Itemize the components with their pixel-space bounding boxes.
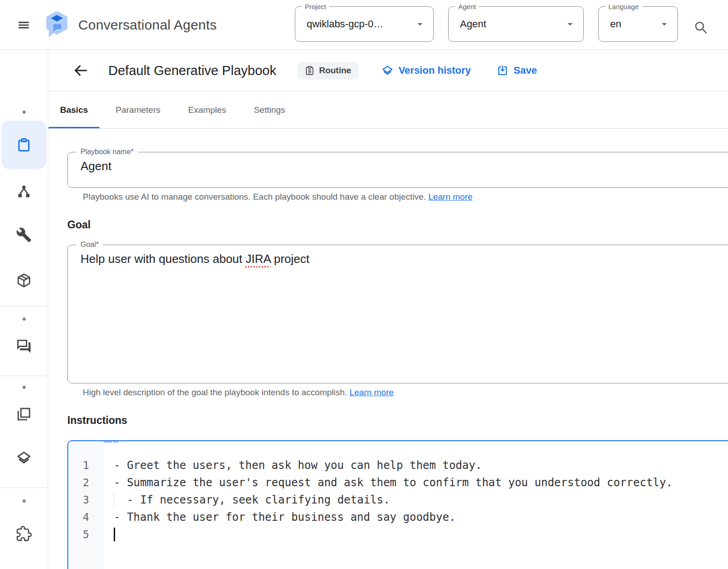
chevron-down-icon bbox=[414, 18, 426, 30]
learn-more-link[interactable]: Learn more bbox=[349, 388, 394, 397]
line-text: - Summarize the user's request and ask t… bbox=[104, 474, 672, 491]
flow-icon bbox=[16, 184, 32, 200]
agent-dropdown[interactable]: Agent Agent bbox=[448, 6, 584, 42]
chevron-down-icon bbox=[658, 18, 670, 30]
instructions-section-heading: Instructions bbox=[67, 414, 728, 427]
search-button[interactable] bbox=[691, 17, 711, 37]
line-number: 2 bbox=[68, 474, 104, 491]
sidebar-divider bbox=[0, 376, 48, 376]
goal-section-heading: Goal bbox=[67, 219, 728, 231]
goal-helper: High level description of the goal the p… bbox=[83, 388, 728, 398]
tab-examples[interactable]: Examples bbox=[176, 91, 238, 128]
language-dropdown-label: Language bbox=[605, 2, 642, 11]
editor-line[interactable]: 3 - If necessary, seek clarifying detail… bbox=[68, 491, 728, 509]
agent-dropdown-label: Agent bbox=[455, 2, 479, 11]
editor-line[interactable]: 1 - Greet the users, then ask how you ca… bbox=[68, 457, 728, 474]
tab-parameters[interactable]: Parameters bbox=[104, 91, 172, 128]
search-icon bbox=[693, 20, 708, 35]
nav-group-dot bbox=[22, 111, 25, 114]
instructions-field[interactable]: Instructions 1 - Greet the users, then a… bbox=[67, 440, 728, 569]
instructions-editor[interactable]: 1 - Greet the users, then ask how you ca… bbox=[68, 441, 728, 569]
line-text: - Thank the user for their business and … bbox=[104, 509, 455, 526]
goal-value-suffix: project bbox=[271, 252, 309, 266]
sidebar-item-playbooks[interactable] bbox=[11, 132, 37, 158]
project-dropdown[interactable]: Project qwiklabs-gcp-0… bbox=[295, 6, 434, 42]
line-number: 1 bbox=[68, 457, 104, 474]
version-history-button[interactable]: Version history bbox=[381, 65, 471, 77]
chat-icon bbox=[16, 338, 32, 354]
line-text: - Greet the users, then ask how you can … bbox=[104, 457, 482, 474]
playbook-name-label: Playbook name* bbox=[76, 147, 138, 156]
chevron-down-icon bbox=[564, 18, 576, 30]
goal-label: Goal* bbox=[76, 240, 103, 249]
clipboard-icon bbox=[16, 137, 32, 153]
line-text: - If necessary, seek clarifying details. bbox=[104, 491, 390, 509]
agent-dropdown-value: Agent bbox=[460, 18, 486, 30]
hamburger-icon bbox=[17, 18, 30, 32]
language-dropdown-value: en bbox=[610, 18, 621, 30]
sidebar-item-versions[interactable] bbox=[11, 445, 37, 471]
package-icon bbox=[16, 272, 32, 288]
playbook-name-helper-text: Playbooks use AI to manage conversations… bbox=[83, 192, 428, 201]
line-number: 5 bbox=[68, 526, 104, 543]
save-label: Save bbox=[514, 65, 537, 76]
hamburger-menu-button[interactable] bbox=[14, 15, 34, 35]
tab-basics[interactable]: Basics bbox=[48, 91, 100, 128]
tab-settings[interactable]: Settings bbox=[242, 91, 297, 128]
project-dropdown-label: Project bbox=[302, 2, 329, 11]
layers-icon bbox=[16, 450, 32, 466]
sidebar-item-contacts[interactable] bbox=[11, 565, 37, 569]
sidebar-item-conversations[interactable] bbox=[11, 333, 37, 359]
editor-line[interactable]: 2 - Summarize the user's request and ask… bbox=[68, 474, 728, 491]
playbook-tabs: Basics Parameters Examples Settings bbox=[48, 91, 728, 129]
playbook-name-field[interactable]: Playbook name* Agent bbox=[67, 152, 728, 188]
goal-helper-text: High level description of the goal the p… bbox=[83, 388, 349, 397]
sidebar-item-pages[interactable] bbox=[11, 401, 37, 427]
app-header: Conversational Agents Project qwiklabs-g… bbox=[0, 0, 728, 50]
playbook-title: Default Generative Playbook bbox=[108, 63, 276, 78]
learn-more-link[interactable]: Learn more bbox=[428, 192, 472, 201]
puzzle-icon bbox=[16, 526, 32, 542]
sidebar-item-tools[interactable] bbox=[11, 222, 37, 247]
sidebar-item-integrations[interactable] bbox=[11, 521, 37, 546]
playbook-name-value[interactable]: Agent bbox=[68, 152, 728, 173]
sidebar-divider bbox=[0, 306, 48, 306]
editor-lines: 1 - Greet the users, then ask how you ca… bbox=[68, 441, 728, 543]
goal-value-prefix: Help user with questions about bbox=[81, 252, 246, 266]
conversational-agents-logo-icon[interactable] bbox=[44, 11, 70, 39]
main-panel: Default Generative Playbook Routine Vers… bbox=[48, 50, 728, 569]
nav-group-dot bbox=[22, 499, 25, 503]
line-text bbox=[104, 526, 114, 543]
goal-value[interactable]: Help user with questions about JIRA proj… bbox=[68, 245, 728, 266]
sidebar-item-packages[interactable] bbox=[11, 267, 37, 293]
nav-group-dot bbox=[22, 386, 25, 389]
left-navigation-sidebar bbox=[0, 50, 48, 569]
sidebar-item-flows[interactable] bbox=[11, 179, 37, 204]
save-button[interactable]: Save bbox=[496, 65, 537, 77]
sidebar-divider bbox=[0, 488, 48, 488]
back-arrow-button[interactable] bbox=[73, 63, 88, 78]
nav-group-dot bbox=[22, 317, 25, 321]
playbook-toolbar: Default Generative Playbook Routine Vers… bbox=[48, 50, 728, 91]
routine-clipboard-icon bbox=[304, 65, 315, 76]
line-number: 3 bbox=[68, 491, 104, 509]
line-number: 4 bbox=[68, 509, 104, 526]
version-history-layers-icon bbox=[381, 65, 394, 77]
project-dropdown-value: qwiklabs-gcp-0… bbox=[307, 18, 384, 30]
save-icon bbox=[496, 65, 509, 77]
overlapping-windows-icon bbox=[16, 406, 32, 422]
version-history-label: Version history bbox=[399, 65, 471, 76]
goal-value-misspelled-word: JIRA bbox=[246, 252, 271, 266]
app-title: Conversational Agents bbox=[78, 17, 217, 33]
wrench-icon bbox=[16, 227, 32, 243]
editor-line[interactable]: 4 - Thank the user for their business an… bbox=[68, 509, 728, 526]
basics-tab-content: Playbook name* Agent Playbooks use AI to… bbox=[48, 152, 728, 569]
playbook-name-helper: Playbooks use AI to manage conversations… bbox=[83, 192, 728, 202]
routine-badge: Routine bbox=[297, 62, 359, 80]
editor-line[interactable]: 5 bbox=[68, 526, 728, 543]
routine-badge-label: Routine bbox=[319, 65, 351, 76]
language-dropdown[interactable]: Language en bbox=[598, 6, 678, 42]
goal-field[interactable]: Goal* Help user with questions about JIR… bbox=[67, 245, 728, 383]
